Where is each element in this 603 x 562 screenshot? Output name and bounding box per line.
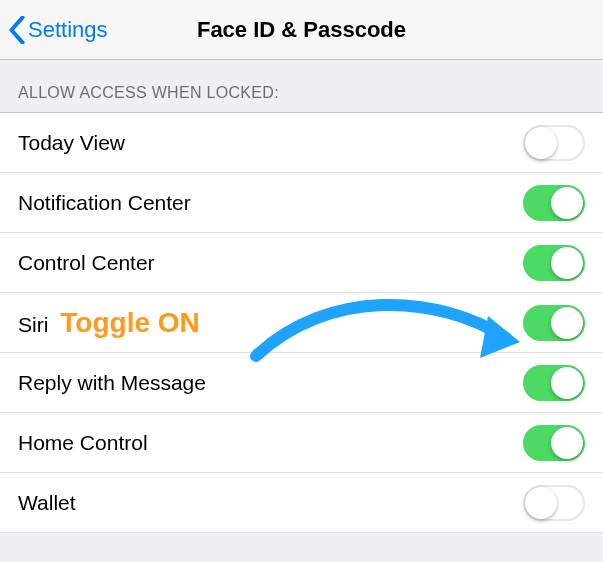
toggle-wallet[interactable] bbox=[523, 485, 585, 521]
row-label: Siri bbox=[18, 313, 48, 337]
toggle-home-control[interactable] bbox=[523, 425, 585, 461]
row-today-view: Today View bbox=[0, 113, 603, 173]
section-header: ALLOW ACCESS WHEN LOCKED: bbox=[0, 60, 603, 112]
toggle-notification-center[interactable] bbox=[523, 185, 585, 221]
toggle-reply-with-message[interactable] bbox=[523, 365, 585, 401]
row-label: Control Center bbox=[18, 251, 155, 275]
row-label: Reply with Message bbox=[18, 371, 206, 395]
row-reply-with-message: Reply with Message bbox=[0, 353, 603, 413]
row-wallet: Wallet bbox=[0, 473, 603, 533]
back-label: Settings bbox=[28, 17, 108, 43]
annotation-text: Toggle ON bbox=[60, 307, 199, 339]
row-notification-center: Notification Center bbox=[0, 173, 603, 233]
back-button[interactable]: Settings bbox=[8, 16, 108, 44]
row-label: Today View bbox=[18, 131, 125, 155]
toggle-today-view[interactable] bbox=[523, 125, 585, 161]
toggle-siri[interactable] bbox=[523, 305, 585, 341]
nav-bar: Settings Face ID & Passcode bbox=[0, 0, 603, 60]
row-label: Home Control bbox=[18, 431, 148, 455]
row-home-control: Home Control bbox=[0, 413, 603, 473]
settings-list: Today View Notification Center Control C… bbox=[0, 112, 603, 533]
chevron-left-icon bbox=[8, 16, 26, 44]
row-label: Notification Center bbox=[18, 191, 191, 215]
row-control-center: Control Center bbox=[0, 233, 603, 293]
toggle-control-center[interactable] bbox=[523, 245, 585, 281]
row-siri: Siri Toggle ON bbox=[0, 293, 603, 353]
row-label: Wallet bbox=[18, 491, 76, 515]
